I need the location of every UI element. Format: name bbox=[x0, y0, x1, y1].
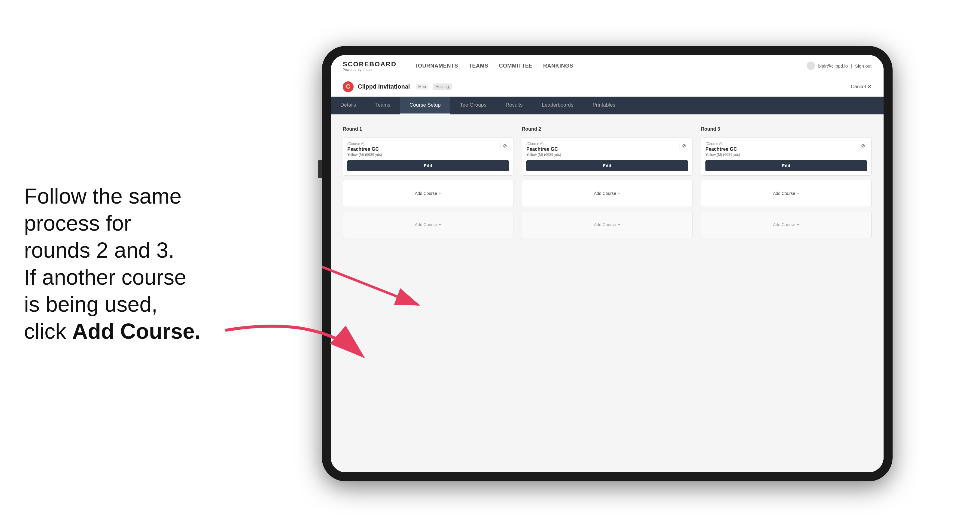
tab-course-setup[interactable]: Course Setup bbox=[400, 97, 450, 114]
round-1-course-card: (Course A) Peachtree GC Yellow (M) (6629… bbox=[343, 137, 514, 176]
nav-items: TOURNAMENTS TEAMS COMMITTEE RANKINGS bbox=[415, 62, 792, 70]
nav-teams[interactable]: TEAMS bbox=[469, 62, 488, 70]
round-3-add-course-2: Add Course + bbox=[701, 211, 872, 238]
round-2-add-course-text-2: Add Course + bbox=[594, 222, 620, 227]
tab-tee-groups[interactable]: Tee Groups bbox=[450, 97, 496, 114]
round-1-column: Round 1 (Course A) Peachtree GC Yellow (… bbox=[343, 126, 514, 238]
round-3-add-course-1[interactable]: Add Course + bbox=[701, 180, 872, 207]
tab-details[interactable]: Details bbox=[331, 97, 366, 114]
round-1-add-course-text-2: Add Course + bbox=[415, 222, 441, 227]
round-3-column: Round 3 (Course A) Peachtree GC Yellow (… bbox=[701, 126, 872, 238]
user-avatar bbox=[807, 62, 815, 70]
sign-out-link[interactable]: Sign out bbox=[855, 63, 872, 68]
round-1-course-name: Peachtree GC bbox=[347, 146, 382, 152]
cancel-button[interactable]: Cancel ✕ bbox=[851, 84, 872, 90]
round-1-course-details: Yellow (M) (6629 yds) bbox=[347, 152, 382, 157]
round-2-add-course-text-1: Add Course + bbox=[594, 190, 620, 196]
round-1-card-header: (Course A) Peachtree GC Yellow (M) (6629… bbox=[347, 142, 509, 157]
rounds-grid: Round 1 (Course A) Peachtree GC Yellow (… bbox=[343, 126, 872, 238]
round-1-add-course-1[interactable]: Add Course + bbox=[343, 180, 514, 207]
round-3-edit-button[interactable]: Edit bbox=[705, 160, 867, 171]
round-2-course-name: Peachtree GC bbox=[527, 146, 561, 152]
logo-subtitle: Powered by clippd bbox=[343, 68, 396, 71]
tab-bar: Details Teams Course Setup Tee Groups Re… bbox=[331, 97, 884, 114]
round-3-card-action-icon[interactable]: ⊘ bbox=[859, 142, 867, 150]
nav-committee[interactable]: COMMITTEE bbox=[499, 62, 533, 70]
round-2-plus-icon-1: + bbox=[618, 190, 620, 196]
hosting-badge: Hosting bbox=[433, 84, 452, 90]
round-2-edit-button[interactable]: Edit bbox=[527, 160, 688, 171]
round-1-edit-button[interactable]: Edit bbox=[347, 160, 509, 171]
round-1-add-course-2: Add Course + bbox=[343, 211, 514, 238]
round-2-card-action-icon[interactable]: ⊘ bbox=[679, 142, 688, 150]
round-2-plus-icon-2: + bbox=[618, 222, 620, 227]
top-nav-right: blair@clippd.io | Sign out bbox=[807, 62, 872, 70]
top-nav: SCOREBOARD Powered by clippd TOURNAMENTS… bbox=[331, 55, 884, 77]
round-2-card-header: (Course A) Peachtree GC Yellow (M) (6629… bbox=[527, 142, 688, 157]
tablet-screen: SCOREBOARD Powered by clippd TOURNAMENTS… bbox=[331, 55, 884, 472]
page-wrapper: Follow the same process for rounds 2 and… bbox=[0, 0, 980, 527]
nav-tournaments[interactable]: TOURNAMENTS bbox=[415, 62, 458, 70]
round-1-plus-icon-1: + bbox=[439, 190, 441, 196]
tablet-wrapper: SCOREBOARD Powered by clippd TOURNAMENTS… bbox=[234, 0, 980, 527]
tournament-header: C Clippd Invitational Men Hosting Cancel… bbox=[331, 77, 884, 97]
round-2-add-course-1[interactable]: Add Course + bbox=[522, 180, 692, 207]
round-3-add-course-text-2: Add Course + bbox=[773, 222, 799, 227]
instruction-text: Follow the same process for rounds 2 and… bbox=[24, 184, 201, 343]
logo-title: SCOREBOARD bbox=[343, 60, 396, 68]
tournament-logo-icon: C bbox=[343, 81, 353, 92]
round-1-label: Round 1 bbox=[343, 126, 514, 132]
round-3-plus-icon-2: + bbox=[797, 222, 799, 227]
tab-printables[interactable]: Printables bbox=[583, 97, 625, 114]
round-3-course-card: (Course A) Peachtree GC Yellow (M) (6629… bbox=[701, 137, 872, 176]
round-3-course-label: (Course A) bbox=[705, 142, 740, 146]
round-1-card-action-icon[interactable]: ⊘ bbox=[501, 142, 509, 150]
tablet-device: SCOREBOARD Powered by clippd TOURNAMENTS… bbox=[322, 46, 892, 481]
round-1-add-course-text-1: Add Course + bbox=[415, 190, 441, 196]
round-2-course-label: (Course A) bbox=[527, 142, 561, 146]
round-2-course-info: (Course A) Peachtree GC Yellow (M) (6629… bbox=[527, 142, 561, 157]
tab-results[interactable]: Results bbox=[496, 97, 532, 114]
instruction-panel: Follow the same process for rounds 2 and… bbox=[0, 165, 234, 363]
tournament-name: Clippd Invitational bbox=[358, 83, 410, 90]
round-3-course-name: Peachtree GC bbox=[705, 146, 740, 152]
logo-section: SCOREBOARD Powered by clippd bbox=[343, 60, 396, 71]
round-2-course-details: Yellow (M) (6629 yds) bbox=[527, 152, 561, 157]
round-2-column: Round 2 (Course A) Peachtree GC Yellow (… bbox=[522, 126, 692, 238]
round-3-course-info: (Course A) Peachtree GC Yellow (M) (6629… bbox=[705, 142, 740, 157]
round-3-card-header: (Course A) Peachtree GC Yellow (M) (6629… bbox=[705, 142, 867, 157]
tab-teams[interactable]: Teams bbox=[366, 97, 400, 114]
user-email: blair@clippd.io bbox=[818, 63, 848, 68]
round-3-course-details: Yellow (M) (6629 yds) bbox=[705, 152, 740, 157]
nav-rankings[interactable]: RANKINGS bbox=[543, 62, 573, 70]
tab-leaderboards[interactable]: Leaderboards bbox=[532, 97, 583, 114]
main-content: Round 1 (Course A) Peachtree GC Yellow (… bbox=[331, 114, 884, 472]
round-3-plus-icon-1: + bbox=[797, 190, 799, 196]
round-1-course-label: (Course A) bbox=[347, 142, 382, 146]
instruction-bold: Add Course. bbox=[72, 319, 201, 343]
round-1-plus-icon-2: + bbox=[439, 222, 441, 227]
round-2-add-course-2: Add Course + bbox=[522, 211, 692, 238]
tournament-gender-badge: Men bbox=[416, 84, 428, 89]
cancel-x-icon: ✕ bbox=[867, 84, 872, 90]
round-1-course-info: (Course A) Peachtree GC Yellow (M) (6629… bbox=[347, 142, 382, 157]
round-2-label: Round 2 bbox=[522, 126, 692, 132]
pipe-separator: | bbox=[851, 63, 852, 68]
round-2-course-card: (Course A) Peachtree GC Yellow (M) (6629… bbox=[522, 137, 692, 176]
tournament-title-area: C Clippd Invitational Men Hosting bbox=[343, 81, 452, 92]
round-3-label: Round 3 bbox=[701, 126, 872, 132]
round-3-add-course-text-1: Add Course + bbox=[773, 190, 799, 196]
